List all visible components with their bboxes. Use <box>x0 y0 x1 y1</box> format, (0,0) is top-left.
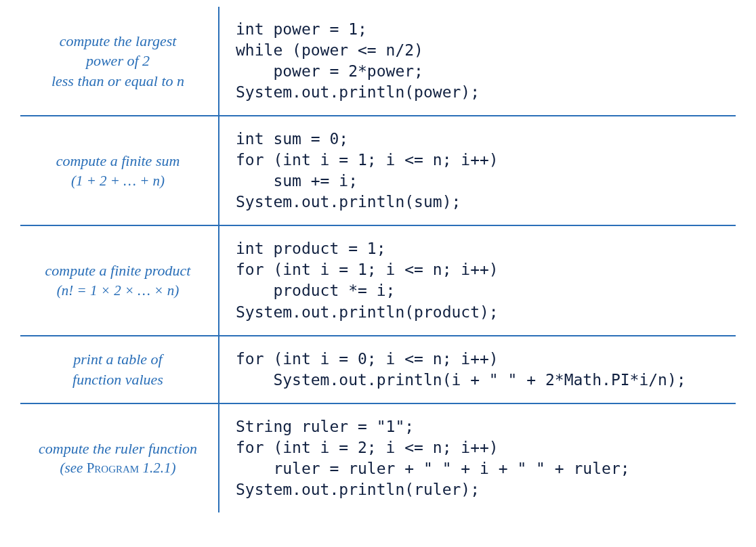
desc-line: (1 + 2 + … + n) <box>71 171 165 190</box>
row-code-cell: int sum = 0; for (int i = 1; i <= n; i++… <box>219 116 736 225</box>
code-snippet: String ruler = "1"; for (int i = 2; i <=… <box>236 416 729 500</box>
desc-line: compute the largest <box>60 31 177 51</box>
row-description: print a table of function values <box>20 336 219 403</box>
ref-program-label: Program <box>87 460 140 476</box>
desc-ref: (see Program 1.2.1) <box>60 458 176 477</box>
row-description: compute the largest power of 2 less than… <box>20 7 219 115</box>
row-description: compute the ruler function (see Program … <box>20 404 219 512</box>
desc-line: (n! = 1 × 2 × … × n) <box>57 281 179 300</box>
row-description: compute a finite sum (1 + 2 + … + n) <box>20 116 219 225</box>
row-code-cell: int product = 1; for (int i = 1; i <= n;… <box>219 226 736 334</box>
desc-line: compute a finite product <box>45 261 191 281</box>
desc-line: less than or equal to n <box>51 71 184 91</box>
desc-line: function values <box>72 370 163 390</box>
code-snippet: int power = 1; while (power <= n/2) powe… <box>236 19 729 103</box>
table-row: compute a finite product (n! = 1 × 2 × …… <box>20 226 736 336</box>
code-snippet: int sum = 0; for (int i = 1; i <= n; i++… <box>236 129 729 213</box>
table-row: compute the largest power of 2 less than… <box>20 7 736 116</box>
code-snippet: for (int i = 0; i <= n; i++) System.out.… <box>236 349 729 391</box>
table-row: compute the ruler function (see Program … <box>20 404 736 512</box>
desc-line: compute a finite sum <box>56 151 180 171</box>
row-code-cell: String ruler = "1"; for (int i = 2; i <=… <box>219 404 736 512</box>
desc-line: compute the ruler function <box>39 439 197 459</box>
code-snippet: int product = 1; for (int i = 1; i <= n;… <box>236 238 729 322</box>
table-row: compute a finite sum (1 + 2 + … + n) int… <box>20 116 736 226</box>
desc-line: power of 2 <box>86 51 150 71</box>
desc-line: print a table of <box>73 349 162 370</box>
row-code-cell: for (int i = 0; i <= n; i++) System.out.… <box>219 336 736 403</box>
row-code-cell: int power = 1; while (power <= n/2) powe… <box>219 7 736 115</box>
ref-suffix: 1.2.1) <box>139 460 175 476</box>
ref-prefix: (see <box>60 460 87 476</box>
table-row: print a table of function values for (in… <box>20 336 736 404</box>
examples-table: compute the largest power of 2 less than… <box>0 0 756 512</box>
row-description: compute a finite product (n! = 1 × 2 × …… <box>20 226 219 334</box>
